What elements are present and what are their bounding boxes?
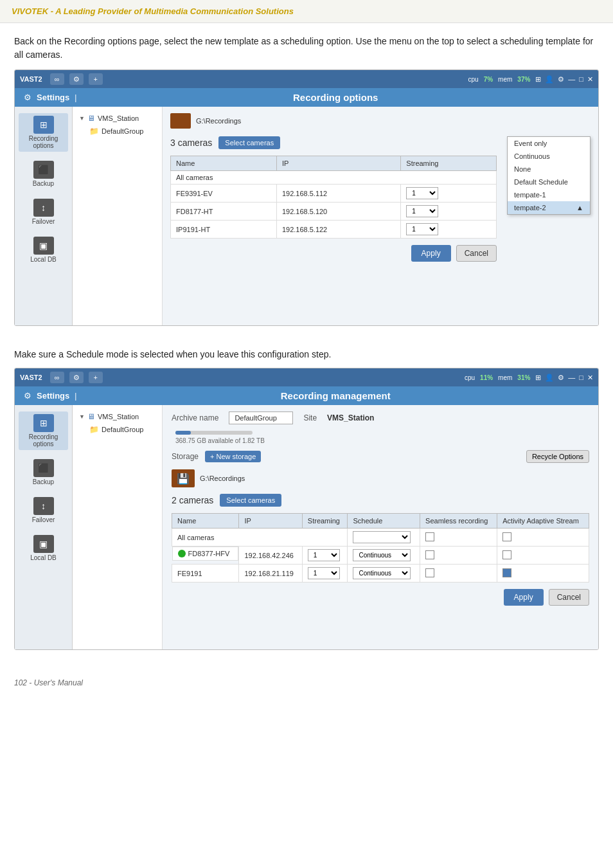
dropdown-event-only[interactable]: Event only — [508, 137, 590, 150]
cpu-label2: cpu — [465, 374, 475, 381]
new-storage-btn[interactable]: + New storage — [205, 451, 261, 462]
archive-header: Archive name DefaultGroup Site VMS_Stati… — [172, 411, 589, 424]
col2-name: Name — [172, 514, 239, 529]
tree-child2[interactable]: 📁 DefaultGroup — [78, 423, 157, 436]
dropdown-tempate2[interactable]: tempate-2 ▲ — [508, 201, 590, 214]
gear-icon: ⚙ — [558, 75, 564, 84]
archive-section: Archive name DefaultGroup Site VMS_Stati… — [163, 405, 598, 649]
sidebar1: ⊞ Recording options ⬛ Backup ↕ Failover … — [15, 107, 73, 325]
table-row2-2: FE9191 192.168.21.119 12 Continuous — [172, 565, 589, 583]
cam2-1-ip: 192.168.42.246 — [239, 547, 302, 565]
close-icon2[interactable]: ✕ — [587, 374, 593, 382]
sidebar-item-backup2[interactable]: ⬛ Backup — [19, 457, 68, 488]
maximize-icon2[interactable]: □ — [579, 374, 583, 381]
cancel-btn1[interactable]: Cancel — [456, 245, 497, 262]
mem-value: 37% — [517, 76, 530, 83]
infinity-icon[interactable]: ∞ — [50, 73, 64, 85]
settings-bar2: ⚙ Settings | Recording management — [15, 386, 598, 405]
archive-name-label: Archive name — [172, 413, 218, 422]
cam1-stream: 12 — [401, 185, 497, 203]
settings-icon2[interactable]: ⚙ — [69, 372, 84, 383]
dropdown-default-schedule[interactable]: Default Schedule — [508, 176, 590, 188]
progress-bar — [175, 431, 253, 435]
infinity-icon2[interactable]: ∞ — [50, 372, 64, 383]
cam2-2-seamless-checkbox[interactable] — [425, 568, 434, 577]
cam2-stream-select[interactable]: 12 — [406, 205, 438, 217]
backup-label2: Backup — [33, 478, 54, 485]
cam1-stream-select[interactable]: 12 — [406, 187, 438, 199]
all-seamless-checkbox[interactable] — [425, 532, 434, 541]
cam2-2-adaptive — [497, 565, 589, 583]
main-content2: ⊞ Recording options ⬛ Backup ↕ Failover … — [15, 405, 598, 649]
cam2-1-schedule-select[interactable]: Continuous — [353, 549, 411, 561]
tree-root-label: VMS_Station — [98, 114, 139, 122]
sidebar-item-failover[interactable]: ↕ Failover — [19, 196, 68, 228]
cam2-2-ip: 192.168.21.119 — [239, 565, 302, 583]
tree-root2[interactable]: ▼ 🖥 VMS_Station — [78, 410, 157, 423]
available-text: 368.75 GB available of 1.82 TB — [175, 437, 265, 444]
cam3-ip: 192.168.5.122 — [276, 221, 400, 239]
minimize-icon2[interactable]: — — [568, 374, 575, 381]
all-schedule-select[interactable] — [353, 531, 411, 543]
storage-path-text: G:\Recordings — [196, 117, 241, 125]
sidebar-item-recording-options2[interactable]: ⊞ Recording options — [19, 411, 68, 450]
dropdown-continuous[interactable]: Continuous — [508, 150, 590, 163]
cam2-2-seamless — [420, 565, 497, 583]
cam3-stream-select[interactable]: 12 — [406, 223, 438, 235]
sidebar-item-localdb2[interactable]: ▣ Local DB — [19, 532, 68, 564]
cam2-2-stream-select[interactable]: 12 — [308, 567, 340, 579]
dropdown-arrow-icon: ▲ — [576, 204, 583, 212]
tree-root[interactable]: ▼ 🖥 VMS_Station — [78, 112, 157, 125]
cam2-name: FD8177-HT — [171, 203, 277, 221]
nav-tree1: ▼ 🖥 VMS_Station 📁 DefaultGroup — [73, 107, 163, 325]
close-icon[interactable]: ✕ — [587, 75, 593, 84]
select-cameras-btn2[interactable]: Select cameras — [220, 494, 281, 507]
cam2-2-adaptive-checkbox[interactable] — [502, 568, 511, 577]
sidebar-item-failover2[interactable]: ↕ Failover — [19, 494, 68, 526]
titlebar1: VAST2 ∞ ⚙ + cpu 7% mem 37% ⊞ 👤 ⚙ — □ ✕ — [15, 70, 598, 88]
schedule-dropdown-overlay: Event only Continuous None Default Sched… — [507, 136, 591, 215]
add-icon2[interactable]: + — [89, 372, 103, 383]
dropdown-none[interactable]: None — [508, 163, 590, 176]
recycle-btn[interactable]: Recycle Options — [526, 450, 589, 463]
tree-server-icon2: 🖥 — [87, 412, 95, 421]
all-adaptive-checkbox[interactable] — [502, 532, 511, 541]
dropdown-tempate1[interactable]: tempate-1 — [508, 188, 590, 201]
minimize-icon[interactable]: — — [568, 75, 575, 83]
settings-gear-icon: ⚙ — [24, 93, 31, 102]
tree-child[interactable]: 📁 DefaultGroup — [78, 125, 157, 138]
maximize-icon[interactable]: □ — [579, 75, 583, 83]
cancel-btn2[interactable]: Cancel — [549, 589, 589, 606]
col-ip: IP — [276, 156, 400, 171]
failover-label: Failover — [32, 218, 55, 225]
cam2-1-stream-select[interactable]: 12 — [308, 549, 340, 561]
apply-btn1[interactable]: Apply — [411, 245, 451, 262]
cam2-stream: 12 — [401, 203, 497, 221]
apply-btn2[interactable]: Apply — [504, 589, 544, 606]
cam2-2-schedule-select[interactable]: Continuous — [353, 567, 411, 579]
user-icon: 👤 — [545, 75, 554, 84]
recording-options-label: Recording options — [21, 135, 66, 149]
gear-icon2: ⚙ — [558, 374, 564, 382]
col-name: Name — [171, 156, 277, 171]
recording-options-icon2: ⊞ — [33, 414, 54, 432]
cam2-1-seamless-checkbox[interactable] — [425, 550, 434, 559]
table-row: FD8177-HT 192.168.5.120 12 — [171, 203, 497, 221]
sidebar-item-recording-options[interactable]: ⊞ Recording options — [19, 113, 68, 152]
select-cameras-btn1[interactable]: Select cameras — [218, 136, 280, 149]
sidebar-item-backup[interactable]: ⬛ Backup — [19, 158, 68, 190]
separator2: | — [75, 392, 76, 401]
all-adaptive-col — [497, 529, 589, 547]
col2-ip: IP — [239, 514, 302, 529]
cpu-value2: 11% — [480, 374, 493, 381]
storage-path2: G:\Recordings — [200, 475, 245, 482]
settings-icon[interactable]: ⚙ — [69, 73, 84, 85]
cam2-1-adaptive-checkbox[interactable] — [502, 550, 511, 559]
cam2-1-stream: 12 — [302, 547, 348, 565]
col2-streaming: Streaming — [302, 514, 348, 529]
page-title2: Recording management — [82, 390, 589, 401]
add-icon[interactable]: + — [89, 73, 103, 85]
tree-root-label2: VMS_Station — [98, 413, 139, 420]
failover-icon2: ↕ — [33, 497, 54, 515]
sidebar-item-localdb[interactable]: ▣ Local DB — [19, 234, 68, 266]
